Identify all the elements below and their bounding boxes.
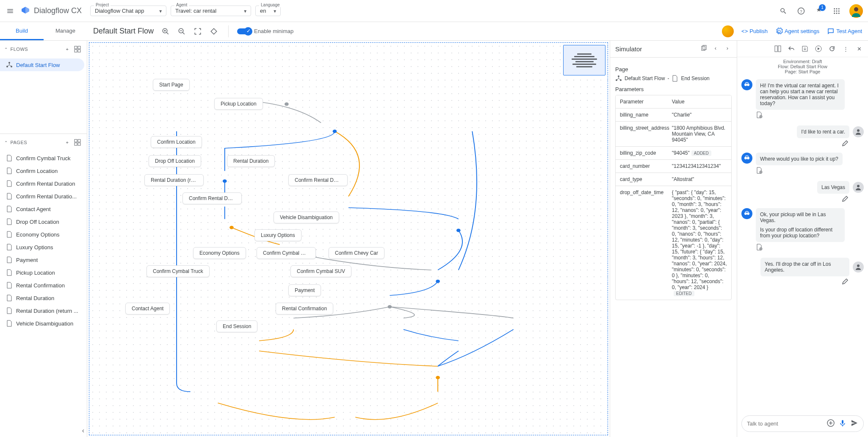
sidebar-page-item[interactable]: Confirm Rental Duration bbox=[0, 177, 84, 190]
more-icon[interactable]: ⋮ bbox=[841, 44, 850, 53]
add-flow-icon[interactable]: + bbox=[62, 44, 72, 54]
test-agent-button[interactable]: Test Agent bbox=[827, 28, 862, 35]
apps-icon[interactable] bbox=[832, 6, 842, 16]
node-rental-duration[interactable]: Rental Duration bbox=[227, 155, 275, 167]
help-icon[interactable]: ? bbox=[796, 6, 806, 16]
page-icon bbox=[6, 282, 13, 289]
node-end-session[interactable]: End Session bbox=[216, 320, 257, 332]
language-selector[interactable]: Language en ▼ bbox=[255, 6, 281, 16]
chevron-down-icon: ▼ bbox=[273, 8, 277, 13]
user-presence-avatar[interactable] bbox=[722, 25, 734, 37]
undo-icon[interactable] bbox=[787, 44, 796, 53]
node-confirm-chevy-car[interactable]: Confirm Chevy Car bbox=[329, 247, 384, 259]
tab-build[interactable]: Build bbox=[0, 22, 44, 40]
node-confirm-rental-duration-1[interactable]: Confirm Rental Durati... bbox=[182, 192, 242, 204]
chevron-up-icon[interactable]: ⌃ bbox=[4, 140, 8, 145]
attachment-icon[interactable] bbox=[741, 165, 864, 175]
agent-message: Where would you like to pick it up? bbox=[741, 153, 864, 165]
node-economy-options[interactable]: Economy Options bbox=[193, 247, 246, 259]
agent-selector[interactable]: Agent Travel: car rental ▼ bbox=[171, 6, 251, 16]
grid-view-icon[interactable] bbox=[72, 137, 83, 148]
collapse-sidebar-icon[interactable]: ‹ bbox=[82, 427, 84, 434]
minimap[interactable] bbox=[563, 45, 605, 75]
node-confirm-rental-duration-2[interactable]: Confirm Rental Durati... bbox=[288, 174, 348, 186]
sidebar-page-item[interactable]: Contact Agent bbox=[0, 203, 84, 215]
node-confirm-cymbal-suv[interactable]: Confirm Cymbal SUV bbox=[290, 265, 351, 277]
attachment-icon[interactable] bbox=[741, 242, 864, 252]
sidebar-page-item[interactable]: Vehicle Disambiguation bbox=[0, 317, 84, 330]
grid-view-icon[interactable] bbox=[72, 44, 83, 54]
sidebar-page-item[interactable]: Rental Duration (return ... bbox=[0, 304, 84, 317]
close-icon[interactable]: ✕ bbox=[854, 44, 864, 53]
param-row[interactable]: drop_off_date_time{ "past": { "day": 15,… bbox=[616, 186, 731, 300]
sidebar-page-item[interactable]: Luxury Options bbox=[0, 241, 84, 253]
flow-canvas[interactable]: Start Page Pickup Location Confirm Locat… bbox=[87, 41, 610, 437]
node-payment[interactable]: Payment bbox=[288, 284, 321, 296]
sidebar-page-item[interactable]: Economy Options bbox=[0, 228, 84, 241]
menu-icon[interactable] bbox=[5, 6, 15, 16]
reset-view-icon[interactable] bbox=[208, 25, 220, 37]
sidebar-page-item[interactable]: Rental Confirmation bbox=[0, 279, 84, 292]
mic-icon[interactable] bbox=[839, 419, 846, 428]
publish-button[interactable]: <>Publish bbox=[741, 28, 768, 34]
chat-panel: ⋮ ✕ Environment: Draft Flow: Default Sta… bbox=[737, 41, 868, 437]
project-selector[interactable]: Project Dialogflow Chat app ▼ bbox=[90, 6, 166, 16]
notifications-icon[interactable]: 1 bbox=[814, 6, 824, 16]
next-icon[interactable]: › bbox=[723, 45, 732, 53]
layout-icon[interactable] bbox=[773, 44, 782, 53]
node-start-page[interactable]: Start Page bbox=[153, 79, 190, 91]
chevron-up-icon[interactable]: ⌃ bbox=[4, 47, 8, 52]
fit-screen-icon[interactable] bbox=[192, 25, 204, 37]
attachment-icon[interactable] bbox=[741, 110, 864, 120]
param-row[interactable]: billing_name"Charlie" bbox=[616, 109, 731, 122]
agent-settings-button[interactable]: Agent settings bbox=[775, 28, 819, 35]
parameters-table: Parameter Value billing_name"Charlie"bil… bbox=[615, 95, 732, 300]
svg-point-57 bbox=[857, 185, 860, 187]
search-icon[interactable] bbox=[778, 6, 788, 16]
add-page-icon[interactable]: + bbox=[62, 137, 72, 148]
svg-point-9 bbox=[836, 12, 838, 14]
zoom-out-icon[interactable] bbox=[176, 25, 188, 37]
edit-icon[interactable] bbox=[741, 276, 864, 285]
chat-text-field[interactable] bbox=[747, 420, 824, 427]
node-confirm-cymbal-truck[interactable]: Confirm Cymbal Truck bbox=[147, 265, 210, 277]
copy-icon[interactable] bbox=[699, 45, 708, 53]
sidebar-page-item[interactable]: Payment bbox=[0, 253, 84, 266]
minimap-toggle[interactable]: ✓ Enable minimap bbox=[237, 28, 293, 34]
param-row[interactable]: card_number"1234123412341234" bbox=[616, 160, 731, 173]
prev-icon[interactable]: ‹ bbox=[711, 45, 720, 53]
play-icon[interactable] bbox=[814, 44, 823, 53]
node-pickup-location[interactable]: Pickup Location bbox=[214, 98, 263, 110]
param-row[interactable]: billing_zip_code"94045"ADDED bbox=[616, 147, 731, 160]
sidebar-flow-item[interactable]: Default Start Flow bbox=[0, 58, 84, 71]
zoom-in-icon[interactable] bbox=[160, 25, 171, 37]
tab-manage[interactable]: Manage bbox=[44, 22, 87, 40]
add-payload-icon[interactable] bbox=[827, 419, 835, 428]
sidebar-page-item[interactable]: Drop Off Location bbox=[0, 215, 84, 228]
refresh-icon[interactable] bbox=[827, 44, 837, 53]
sidebar-page-item[interactable]: Confirm Rental Duratio... bbox=[0, 190, 84, 203]
node-luxury-options[interactable]: Luxury Options bbox=[254, 229, 301, 241]
account-avatar[interactable] bbox=[849, 4, 863, 18]
node-vehicle-disambiguation[interactable]: Vehicle Disambiguation bbox=[274, 212, 339, 223]
node-rental-duration-return[interactable]: Rental Duration (retur... bbox=[144, 174, 204, 186]
edit-icon[interactable] bbox=[741, 194, 864, 202]
node-contact-agent[interactable]: Contact Agent bbox=[125, 303, 170, 315]
param-row[interactable]: card_type"Altostrat" bbox=[616, 173, 731, 186]
param-row[interactable]: billing_street_address"1800 Amphibious B… bbox=[616, 122, 731, 147]
send-icon[interactable] bbox=[851, 419, 858, 428]
sidebar-page-item[interactable]: Pickup Location bbox=[0, 266, 84, 279]
node-confirm-cymbal-moto[interactable]: Confirm Cymbal Moto... bbox=[257, 247, 316, 259]
sidebar-page-item[interactable]: Confirm Cymbal Truck bbox=[0, 152, 84, 164]
svg-rect-26 bbox=[75, 139, 77, 142]
sidebar-page-item[interactable]: Confirm Location bbox=[0, 164, 84, 177]
agent-message: Hi! I'm the virtual car rental agent. I … bbox=[741, 79, 864, 110]
save-icon[interactable] bbox=[800, 44, 810, 53]
node-confirm-location[interactable]: Confirm Location bbox=[151, 136, 202, 148]
chat-input[interactable] bbox=[741, 415, 864, 432]
edit-icon[interactable] bbox=[741, 138, 864, 147]
node-drop-off-location[interactable]: Drop Off Location bbox=[149, 155, 201, 167]
node-rental-confirmation[interactable]: Rental Confirmation bbox=[276, 303, 333, 315]
page-icon bbox=[6, 307, 13, 314]
sidebar-page-item[interactable]: Rental Duration bbox=[0, 292, 84, 304]
